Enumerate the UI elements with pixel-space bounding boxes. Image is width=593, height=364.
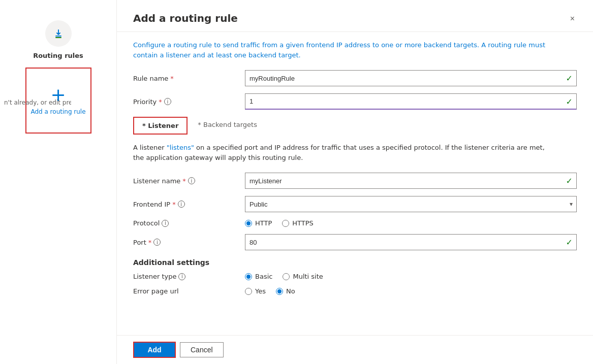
error-page-url-yes-radio[interactable] [245,288,252,295]
routing-rules-icon [45,20,72,47]
close-button[interactable]: × [568,12,577,25]
frontend-ip-select[interactable]: Public Private [245,196,577,212]
listener-name-info-icon[interactable]: i [188,177,195,184]
panel-header: Add a routing rule × [117,0,593,32]
error-page-url-label: Error page url [133,287,245,295]
priority-info-icon[interactable]: i [164,98,171,105]
port-label: Port * i [133,239,245,246]
rule-name-required: * [170,75,174,82]
listener-type-basic-label[interactable]: Basic [245,273,272,280]
priority-input-wrapper: ✓ [245,93,577,110]
panel-title: Add a routing rule [133,12,238,24]
frontend-ip-row: Frontend IP * i Public Private ▾ [133,196,577,212]
port-input[interactable] [245,234,577,250]
error-page-url-no-label[interactable]: No [276,287,295,295]
cancel-button[interactable]: Cancel [180,342,224,357]
listener-type-label: Listener type i [133,273,245,280]
protocol-http-text: HTTP [255,219,272,227]
panel-footer: Add Cancel [117,335,593,364]
listener-name-input[interactable] [245,173,577,189]
add-button[interactable]: Add [134,343,175,357]
priority-required: * [159,98,162,106]
rule-name-row: Rule name * ✓ [133,70,577,86]
sidebar-partial-text: n't already, or edit previous configura [0,99,71,106]
routing-rules-label: Routing rules [33,52,83,59]
port-row: Port * i ✓ [133,234,577,250]
listener-type-radio-group: Basic Multi site [245,273,577,280]
port-required: * [148,239,152,246]
listener-type-multisite-text: Multi site [293,273,323,280]
listener-type-basic-text: Basic [255,273,272,280]
protocol-label: Protocol i [133,219,245,227]
port-check-icon: ✓ [566,238,573,247]
priority-label: Priority * i [133,98,245,106]
error-page-url-radio-group: Yes No [245,287,577,295]
rule-name-label: Rule name * [133,75,245,82]
rule-name-input-wrapper: ✓ [245,70,577,86]
port-input-wrapper: ✓ [245,234,577,250]
listener-type-row: Listener type i Basic Multi site [133,273,577,280]
listener-type-info-icon[interactable]: i [178,273,185,280]
description-text: Configure a routing rule to send traffic… [133,40,550,60]
protocol-http-label[interactable]: HTTP [245,219,272,227]
main-panel: Add a routing rule × Configure a routing… [117,0,593,364]
error-page-url-yes-label[interactable]: Yes [245,287,266,295]
panel-content: Configure a routing rule to send traffic… [117,32,593,335]
add-button-border: Add [133,342,176,358]
sidebar: n't already, or edit previous configura … [0,0,117,364]
listener-name-check-icon: ✓ [566,176,573,186]
frontend-ip-label: Frontend IP * i [133,201,245,208]
tab-listener[interactable]: * Listener [133,117,188,135]
tabs-row: * Listener * Backend targets [133,117,577,135]
listener-type-multisite-radio[interactable] [283,273,290,280]
listener-name-input-wrapper: ✓ [245,173,577,189]
error-page-url-no-text: No [286,287,295,295]
protocol-http-radio[interactable] [245,220,252,227]
protocol-radio-group: HTTP HTTPS [245,219,577,227]
rule-name-input[interactable] [245,70,577,86]
priority-row: Priority * i ✓ [133,93,577,110]
error-page-url-row: Error page url Yes No [133,287,577,295]
error-page-url-no-radio[interactable] [276,288,283,295]
listener-type-basic-radio[interactable] [245,273,252,280]
rule-name-check-icon: ✓ [566,74,573,83]
protocol-https-text: HTTPS [292,219,314,227]
error-page-url-yes-text: Yes [255,287,266,295]
port-info-icon[interactable]: i [153,239,161,246]
listener-name-required: * [182,177,186,185]
additional-settings-title: Additional settings [133,258,577,267]
add-routing-card-label: Add a routing rule [30,108,85,115]
frontend-ip-info-icon[interactable]: i [178,201,185,208]
priority-input[interactable] [245,93,577,110]
listener-type-multisite-label[interactable]: Multi site [283,273,323,280]
protocol-https-radio[interactable] [282,220,289,227]
protocol-row: Protocol i HTTP HTTPS [133,219,577,227]
frontend-ip-required: * [172,201,176,208]
protocol-https-label[interactable]: HTTPS [282,219,314,227]
listener-name-row: Listener name * i ✓ [133,173,577,189]
protocol-info-icon[interactable]: i [162,220,169,227]
priority-check-icon: ✓ [566,97,573,107]
listener-info-text: A listener "listens" on a specified port… [133,143,550,162]
tab-backend-targets[interactable]: * Backend targets [190,117,265,135]
listener-name-label: Listener name * i [133,177,245,185]
frontend-ip-select-wrapper: Public Private ▾ [245,196,577,212]
